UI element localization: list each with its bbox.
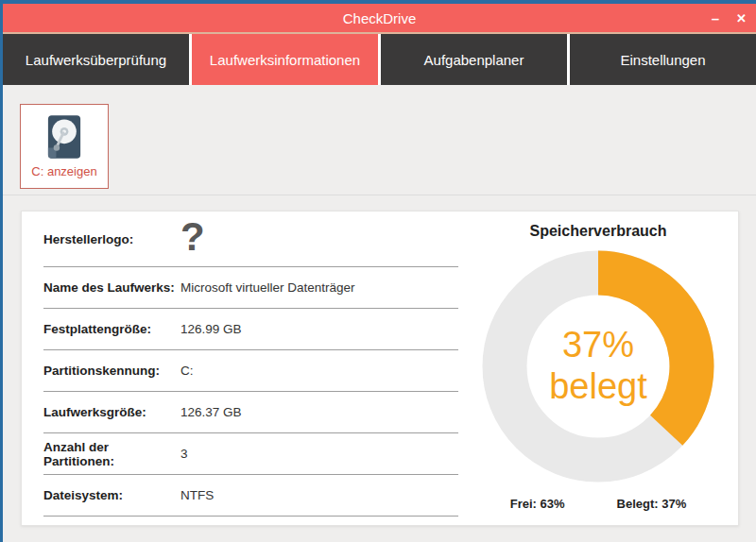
tab-laufwerksinformationen[interactable]: Laufwerksinformationen — [192, 34, 378, 85]
tab-einstellungen[interactable]: Einstellungen — [570, 34, 756, 85]
toolbar: C: anzeigen — [3, 85, 756, 195]
storage-donut-chart: 37% belegt — [481, 249, 715, 483]
tab-bar: Laufwerksüberprüfung Laufwerksinformatio… — [3, 34, 756, 85]
table-row-dateisystem: Dateisystem: NTFS — [43, 475, 458, 517]
row-value: NTFS — [180, 488, 214, 502]
tab-aufgabenplaner[interactable]: Aufgabenplaner — [381, 34, 567, 85]
legend-item-frei: Frei: 63% — [510, 497, 565, 511]
storage-chart-panel: Speicherverbrauch 37% belegt Frei: 63% B… — [458, 212, 738, 525]
tab-laufwerksueberpruefung[interactable]: Laufwerksüberprüfung — [3, 34, 189, 85]
chart-legend: Frei: 63% Belegt: 37% — [510, 497, 687, 511]
minimize-button[interactable]: – — [712, 11, 719, 25]
storage-donut-svg — [481, 249, 715, 483]
window-title: CheckDrive — [343, 10, 417, 26]
legend-item-belegt: Belegt: 37% — [617, 497, 687, 511]
drive-info-card: Herstellerlogo: ? Name des Laufwerks: Mi… — [21, 211, 739, 526]
drive-info-table: Herstellerlogo: ? Name des Laufwerks: Mi… — [22, 212, 458, 525]
row-value: 3 — [180, 447, 188, 461]
hard-drive-icon — [46, 114, 82, 160]
titlebar: CheckDrive – ✕ — [3, 4, 756, 34]
row-value: Microsoft virtueller Datenträger — [180, 280, 355, 295]
table-row-name: Name des Laufwerks: Microsoft virtueller… — [43, 267, 458, 309]
row-value: C: — [180, 364, 194, 378]
row-label: Laufwerksgröße: — [43, 405, 180, 419]
row-label: Anzahl der Partitionen: — [43, 440, 180, 468]
checkdrive-window: CheckDrive – ✕ Laufwerksüberprüfung Lauf… — [0, 0, 756, 542]
row-label: Name des Laufwerks: — [43, 280, 180, 295]
close-button[interactable]: ✕ — [736, 12, 747, 25]
drive-c-button[interactable]: C: anzeigen — [20, 104, 109, 189]
drive-button-label: C: anzeigen — [31, 164, 96, 178]
chart-title: Speicherverbrauch — [530, 223, 667, 240]
row-value: 126.37 GB — [180, 405, 242, 419]
table-row-herstellerlogo: Herstellerlogo: ? — [43, 212, 458, 267]
row-label: Herstellerlogo: — [43, 232, 180, 246]
row-label: Festplattengröße: — [43, 322, 180, 336]
table-row-festplattengroesse: Festplattengröße: 126.99 GB — [43, 309, 458, 350]
table-row-partitionskennung: Partitionskennung: C: — [43, 350, 458, 392]
row-label: Partitionskennung: — [43, 364, 180, 378]
row-value: 126.99 GB — [180, 322, 242, 336]
table-row-laufwerksgroesse: Laufwerksgröße: 126.37 GB — [43, 392, 458, 433]
window-controls: – ✕ — [712, 4, 747, 32]
table-row-anzahl-partitionen: Anzahl der Partitionen: 3 — [43, 433, 458, 475]
manufacturer-logo-placeholder: ? — [180, 217, 205, 261]
row-label: Dateisystem: — [43, 488, 180, 502]
